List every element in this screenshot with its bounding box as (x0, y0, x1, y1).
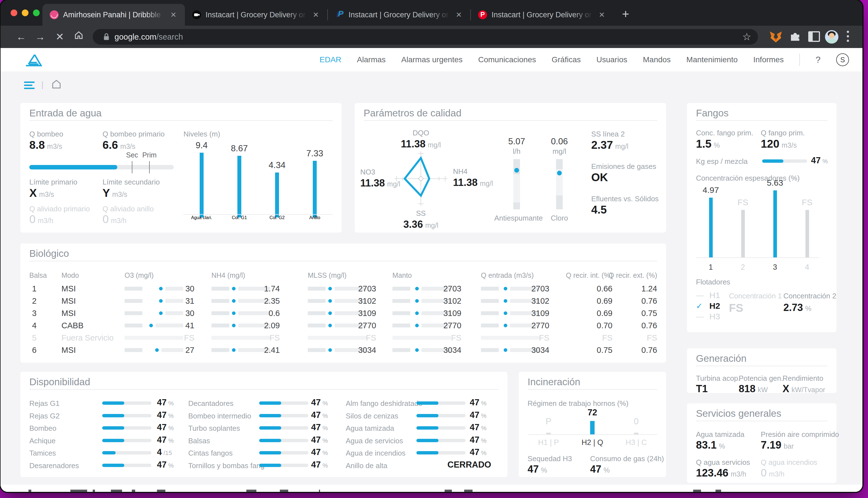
table-row[interactable]: 6MSI272.413034303430340.750.76 (21, 344, 666, 356)
table-cell: 30 (185, 284, 194, 293)
efluentes-value: 4.5 (591, 204, 607, 216)
back-icon[interactable]: ← (14, 30, 28, 44)
table-cell: 3102 (531, 297, 549, 306)
nav-item-usuarios[interactable]: Usuarios (597, 55, 627, 64)
bar-label: Col. G1 (221, 215, 258, 220)
tab-close-icon[interactable]: ✕ (598, 11, 606, 19)
availability-label: Agua de incendios (346, 449, 405, 458)
table-cell: FS (539, 333, 549, 342)
browser-tab[interactable]: PPInstacart | Grocery Delivery or✕ (328, 4, 470, 26)
table-cell: 3102 (443, 297, 461, 306)
availability-row: Agua de servicios47% (21, 435, 507, 447)
table-header: O3 (mg/l) (125, 271, 154, 279)
table-row[interactable]: 5Fuera ServicioFSFSFSFSFSFSFS (21, 332, 666, 344)
card-title: Generación (696, 353, 747, 364)
table-cell: Fuera Servicio (62, 333, 114, 342)
table-row[interactable]: 2MSI312.353102310231020.690.76 (21, 295, 666, 307)
browser-menu-icon[interactable] (846, 31, 850, 44)
card-incineracion: Incineración Régimen de trabajo hornos (… (519, 372, 666, 477)
bar (709, 198, 713, 257)
flotador-row[interactable]: ✓H2 (696, 301, 720, 311)
bookmark-star-icon[interactable]: ☆ (742, 31, 751, 43)
availability-label: Agua tamizada (346, 424, 394, 433)
tab-close-icon[interactable]: ✕ (169, 11, 178, 19)
new-tab-button[interactable]: + (617, 6, 634, 23)
nav-item-comunicaciones[interactable]: Comunicaciones (478, 55, 536, 64)
breadcrumb-home-icon[interactable] (51, 79, 62, 91)
macos-window-controls[interactable] (11, 10, 40, 16)
maximize-window-icon[interactable] (33, 10, 40, 16)
availability-row: Anillo de altaCERRADO (21, 460, 507, 472)
table-cell: 2.41 (264, 345, 280, 355)
browser-tab[interactable]: Instacart | Grocery Delivery or✕ (185, 4, 327, 26)
table-row[interactable]: 1MSI301.742703270327030.661.24 (21, 283, 666, 295)
home-icon[interactable] (72, 30, 86, 44)
q-bombeo-prim-value: 6.6m3/s (103, 139, 135, 151)
stop-icon[interactable]: ✕ (52, 30, 67, 44)
flotador-row[interactable]: —H3 (696, 312, 720, 321)
logo[interactable] (25, 53, 42, 68)
radar-bottom-label: SS 3.36mg/l (393, 209, 449, 230)
forward-icon[interactable]: → (33, 30, 48, 44)
nav-item-edar[interactable]: EDAR (320, 55, 341, 64)
tab-title: Amirhosein Panahi | Dribbble (63, 11, 165, 19)
horno-value: 72 (571, 408, 613, 418)
availability-bar (416, 451, 466, 455)
nav-item-alarmas-urgentes[interactable]: Alarmas urgentes (401, 55, 463, 64)
table-cell: 3034 (358, 345, 376, 355)
serv-value: 123.46m3/h (696, 467, 746, 479)
bullet-chart (211, 287, 270, 291)
bullet-segment (481, 287, 499, 291)
availability-bar-fill (416, 414, 439, 417)
nav-item-gráficas[interactable]: Gráficas (552, 55, 581, 64)
availability-label: Alm fango deshidratado (346, 399, 423, 408)
help-button[interactable]: ? (816, 55, 820, 65)
metamask-extension-icon[interactable] (769, 30, 782, 43)
availability-label: Anillo de alta (346, 461, 387, 470)
card-title: Incineración (528, 376, 580, 388)
espesadores-x-labels: 1234 (696, 257, 824, 271)
table-cell: MSI (62, 297, 76, 306)
close-window-icon[interactable] (11, 10, 17, 16)
url-bar[interactable]: google.com /search ☆ (93, 29, 758, 45)
nav-item-mandos[interactable]: Mandos (643, 55, 671, 64)
horno-state: P (528, 417, 569, 427)
emisiones-value: OK (591, 171, 608, 184)
nav-item-alarmas[interactable]: Alarmas (357, 55, 386, 64)
bullet-segment (211, 299, 229, 303)
extensions-puzzle-icon[interactable] (789, 30, 802, 43)
kgesp-value: 47% (811, 156, 828, 166)
bullet-chart (125, 299, 183, 303)
bar-label: Anillo (297, 215, 333, 220)
table-header: Modo (62, 271, 79, 279)
niveles-bar: 4.34 (259, 160, 295, 218)
limite-sec-value: Ym3/s (103, 187, 127, 199)
card-title: Fangos (696, 107, 729, 119)
gen-label: Turbina acop. (696, 374, 740, 383)
q-bombeo-value: 8.8m3/s (29, 139, 62, 151)
user-avatar[interactable]: S (836, 53, 849, 66)
browser-tab[interactable]: Instacart | Grocery Delivery or✕ (471, 4, 613, 26)
bullet-segment (481, 348, 499, 352)
tab-close-icon[interactable]: ✕ (455, 11, 463, 19)
browser-tab[interactable]: Amirhosein Panahi | Dribbble✕ (42, 4, 185, 26)
bullet-segment (165, 287, 183, 291)
bullet-segment (308, 311, 326, 315)
profile-avatar[interactable] (825, 30, 838, 43)
menu-hamburger-icon[interactable] (24, 81, 35, 91)
flotador-dash-icon: — (696, 291, 704, 300)
nav-item-informes[interactable]: Informes (753, 55, 783, 64)
side-panel-icon[interactable] (808, 31, 821, 45)
bar-value: 5.63 (760, 178, 790, 187)
limite-prim-value: Xm3/s (29, 187, 54, 199)
table-row[interactable]: 4CABB412.092770277027700.700.76 (21, 319, 666, 332)
table-cell: 2703 (443, 284, 461, 293)
bullet-segment (211, 348, 229, 352)
table-cell: 0.76 (642, 345, 657, 355)
minimize-window-icon[interactable] (22, 10, 28, 16)
table-row[interactable]: 3MSI300.63109310931090.690.75 (21, 307, 666, 319)
flotador-row[interactable]: —H1 (696, 291, 720, 300)
nav-item-mantenimiento[interactable]: Mantenimiento (686, 55, 738, 64)
tab-close-icon[interactable]: ✕ (312, 11, 320, 19)
url-path: /search (156, 32, 183, 42)
